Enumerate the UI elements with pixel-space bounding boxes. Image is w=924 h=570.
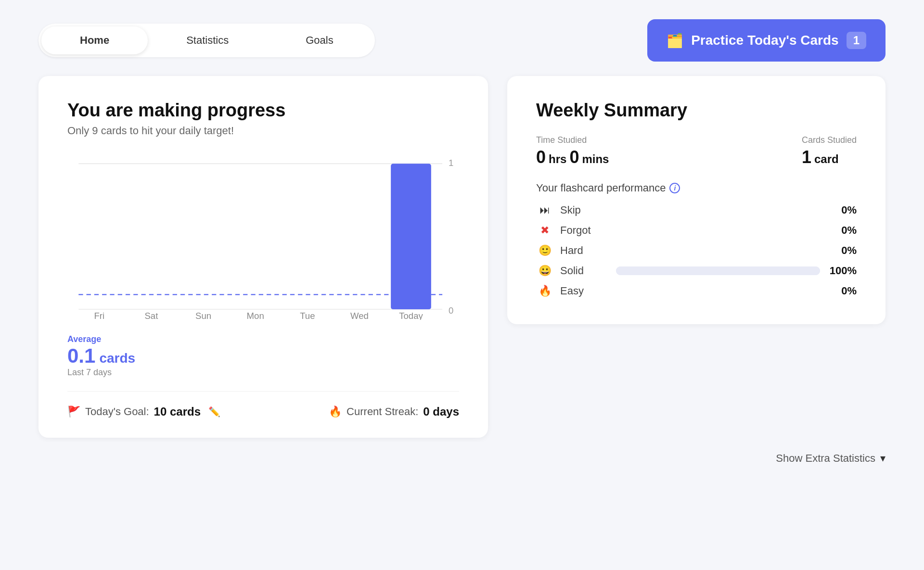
bar-today (391, 164, 431, 309)
time-mins-value: 0 (569, 147, 579, 167)
average-section: Average 0.1 cards Last 7 days (67, 334, 459, 378)
streak-fire-icon: 🔥 (329, 405, 342, 418)
forgot-pct: 0% (828, 224, 857, 237)
hard-bar-container (616, 246, 820, 255)
skip-name: Skip (560, 204, 608, 216)
goal-row: 🚩 Today's Goal: 10 cards ✏️ 🔥 Current St… (67, 391, 459, 418)
svg-text:Mon: Mon (247, 311, 264, 320)
time-studied-label: Time Studied (536, 135, 609, 145)
practice-count-badge: 1 (847, 32, 866, 49)
skip-bar-container (616, 206, 820, 215)
time-studied-block: Time Studied 0 hrs 0 mins (536, 135, 609, 167)
solid-pct: 100% (828, 265, 857, 277)
perf-item-forgot: ✖ Forgot 0% (536, 224, 857, 237)
main-content: You are making progress Only 9 cards to … (0, 76, 924, 438)
average-value: 0.1 (67, 344, 95, 367)
easy-bar-container (616, 287, 820, 295)
progress-title: You are making progress (67, 100, 459, 121)
solid-bar-container (616, 266, 820, 275)
goal-label: Today's Goal: (85, 405, 149, 418)
progress-subtitle: Only 9 cards to hit your daily target! (67, 125, 459, 137)
tab-statistics[interactable]: Statistics (148, 26, 267, 54)
time-mins-unit: mins (582, 152, 609, 166)
forgot-icon: ✖ (536, 224, 553, 237)
info-icon[interactable]: i (669, 183, 680, 193)
chevron-down-icon: ▾ (880, 452, 886, 465)
tab-home[interactable]: Home (41, 26, 148, 54)
practice-button-label: Practice Today's Cards (691, 33, 839, 48)
nav-tabs: Home Statistics Goals (38, 24, 375, 57)
skip-pct: 0% (828, 204, 857, 216)
perf-item-skip: ⏭ Skip 0% (536, 204, 857, 216)
perf-item-hard: 🙂 Hard 0% (536, 244, 857, 257)
skip-icon: ⏭ (536, 204, 553, 216)
easy-icon: 🔥 (536, 285, 553, 297)
performance-label-text: Your flashcard performance (536, 182, 666, 194)
show-extra-label: Show Extra Statistics (776, 452, 875, 465)
streak-right: 🔥 Current Streak: 0 days (329, 405, 459, 418)
svg-text:Fri: Fri (94, 311, 104, 320)
cards-studied-block: Cards Studied 1 card (802, 135, 857, 167)
forgot-bar-container (616, 226, 820, 235)
hard-pct: 0% (828, 244, 857, 257)
weekly-card: Weekly Summary Time Studied 0 hrs 0 mins… (507, 76, 886, 324)
average-period: Last 7 days (67, 367, 459, 378)
solid-name: Solid (560, 265, 608, 277)
progress-card: You are making progress Only 9 cards to … (38, 76, 488, 438)
svg-text:Today: Today (399, 311, 423, 320)
perf-item-solid: 😀 Solid 100% (536, 265, 857, 277)
hard-name: Hard (560, 244, 608, 257)
easy-pct: 0% (828, 285, 857, 297)
cards-studied-value: 1 (802, 147, 811, 167)
weekly-title: Weekly Summary (536, 100, 857, 121)
svg-text:Sun: Sun (195, 311, 211, 320)
svg-text:Sat: Sat (144, 311, 158, 320)
chart-svg: 1 0 Fri Sat Sun Mon Tue Wed (67, 156, 459, 320)
cards-studied-unit: card (814, 152, 839, 166)
solid-bar (616, 266, 820, 275)
show-extra-row[interactable]: Show Extra Statistics ▾ (0, 438, 924, 469)
svg-text:Tue: Tue (300, 311, 315, 320)
perf-item-easy: 🔥 Easy 0% (536, 285, 857, 297)
goal-left: 🚩 Today's Goal: 10 cards ✏️ (67, 405, 220, 418)
streak-label: Current Streak: (346, 405, 418, 418)
goal-value: 10 cards (154, 405, 201, 418)
edit-icon[interactable]: ✏️ (208, 406, 220, 418)
svg-text:0: 0 (449, 306, 453, 315)
cards-studied-label: Cards Studied (802, 135, 857, 145)
forgot-name: Forgot (560, 224, 608, 237)
performance-list: ⏭ Skip 0% ✖ Forgot 0% 🙂 Hard (536, 204, 857, 297)
average-label: Average (67, 334, 459, 344)
average-unit: cards (99, 351, 135, 366)
top-nav: Home Statistics Goals 🗂️ Practice Today'… (0, 0, 924, 76)
easy-name: Easy (560, 285, 608, 297)
time-hrs-unit: hrs (549, 152, 566, 166)
practice-button[interactable]: 🗂️ Practice Today's Cards 1 (647, 19, 886, 62)
streak-value: 0 days (423, 405, 459, 418)
tab-goals[interactable]: Goals (267, 26, 372, 54)
stats-row: Time Studied 0 hrs 0 mins Cards Studied … (536, 135, 857, 167)
svg-text:Wed: Wed (350, 311, 369, 320)
solid-icon: 😀 (536, 265, 553, 277)
hard-icon: 🙂 (536, 244, 553, 257)
time-hrs-value: 0 (536, 147, 546, 167)
performance-label: Your flashcard performance i (536, 182, 857, 194)
goal-flag-icon: 🚩 (67, 405, 80, 418)
flashcard-icon: 🗂️ (667, 33, 683, 49)
svg-text:1: 1 (449, 158, 453, 167)
progress-chart: 1 0 Fri Sat Sun Mon Tue Wed (67, 156, 459, 320)
